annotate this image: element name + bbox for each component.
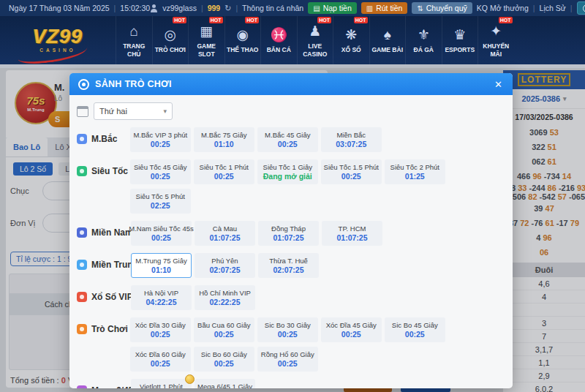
game-cell[interactable]: Sic Bo 45 Giây 00:25 (385, 317, 445, 342)
game-name: Siêu Tốc 1.5 Phút (324, 163, 379, 171)
game-category-row: Siêu Tốc Siêu Tốc 45 Giây 00:25 Siêu Tốc… (77, 159, 505, 214)
game-cell[interactable]: Hà Nội VIP 04:22:25 (131, 285, 192, 310)
nav-item-label: GAME SLOT (189, 42, 224, 57)
game-countdown: 00:25 (214, 330, 234, 339)
game-cells: M.Bắc VIP 3 phút 00:25 M.Bắc 75 Giây 01:… (130, 127, 505, 152)
results-link[interactable]: KQ Mở thưởng (477, 4, 529, 12)
game-cell[interactable]: Siêu Tốc 1 Phút 00:25 (194, 159, 254, 184)
hot-badge: HOT (245, 17, 259, 23)
game-name: Sic Bo 30 Giây (265, 321, 311, 329)
username[interactable]: vz99glass (162, 4, 197, 12)
game-cell[interactable]: M.Bắc VIP 3 phút 00:25 (130, 127, 191, 152)
game-category-row: Xổ Số VIP Hà Nội VIP 04:22:25 Hồ Chí Min… (77, 285, 505, 310)
nav-the-thao[interactable]: HOT ◉ THỂ THAO (224, 16, 261, 64)
game-cell[interactable]: Rồng Hổ 60 Giây 00:25 (257, 347, 318, 372)
game-name: Miền Bắc (336, 131, 366, 139)
game-cells: M.Trung 75 Giây 01:10 Phú Yên 02:07:25 T… (131, 253, 505, 278)
game-cell[interactable]: Siêu Tốc 1 Giây Đang mở giải (257, 159, 318, 184)
game-countdown: 00:25 (214, 172, 234, 181)
game-category-row: Miền Nam M.Nam Siêu Tốc 45s 00:25 Cà Mau… (77, 221, 505, 246)
chevron-down-icon: ▾ (163, 108, 167, 115)
game-cell[interactable]: M.Bắc 45 Giây 00:25 (257, 127, 318, 152)
game-cell[interactable]: Sic Bo 60 Giây 00:25 (194, 347, 254, 372)
game-countdown: 01:07:25 (336, 233, 367, 242)
game-cells: Vietlott 1 Phút 00:25 Mega 6/45 1 Giây Đ… (131, 379, 505, 388)
nav-game-bai[interactable]: ♠ GAME BÀI (369, 16, 406, 64)
mien-nam-icon (77, 227, 87, 238)
logout-button[interactable]: Đăng xuất (577, 1, 585, 15)
day-filter-row: Thứ hai ▾ (77, 102, 505, 120)
game-name: Hồ Chí Minh VIP (199, 289, 251, 297)
nav-game-slot[interactable]: HOT ▦ GAME SLOT (188, 16, 224, 64)
game-cell[interactable]: Phú Yên 02:07:25 (195, 253, 255, 278)
nav-da-ga[interactable]: ⚜ ĐÁ GÀ (405, 16, 442, 64)
withdraw-button[interactable]: ▥ Rút tiền (361, 2, 408, 14)
game-name: M.Bắc VIP 3 phút (133, 131, 187, 139)
game-countdown: Đang mở giải (263, 172, 312, 181)
soccer-icon: ◉ (236, 26, 249, 44)
profile-link[interactable]: Thông tin cá nhân (242, 4, 303, 12)
nav-xo-so[interactable]: HOT ❋ XỔ SỐ (333, 16, 369, 64)
brand-logo[interactable]: VZ99 CASINO (0, 16, 116, 64)
game-countdown: 01:10 (214, 140, 234, 148)
game-countdown: 02:22:25 (209, 298, 240, 306)
coin-badge-icon (185, 374, 195, 384)
game-cell[interactable]: Xóc Đĩa 30 Giây 00:25 (130, 317, 191, 342)
game-cell[interactable]: Sic Bo 30 Giây 00:25 (257, 317, 318, 342)
separator: | (114, 4, 116, 12)
modal-header: SẢNH TRÒ CHƠI ✕ (69, 73, 513, 95)
game-cell[interactable]: Thừa T. Huế 02:07:25 (258, 253, 319, 278)
cards-icon: ♠ (384, 26, 391, 44)
game-name: Đồng Tháp (271, 225, 306, 233)
gift-icon: ✦ (490, 23, 502, 40)
withdraw-label: Rút tiền (376, 4, 402, 12)
game-cell[interactable]: M.Nam Siêu Tốc 45s 00:25 (131, 221, 192, 246)
game-cell[interactable]: Hồ Chí Minh VIP 02:22:25 (195, 285, 255, 310)
game-countdown: 00:25 (405, 330, 425, 339)
transfer-button[interactable]: ⇅ Chuyển quỹ (412, 2, 472, 14)
game-cell[interactable]: Xóc Đĩa 45 Giây 00:25 (321, 317, 382, 342)
nav-trang-chu[interactable]: ⌂ TRANG CHỦ (116, 16, 152, 64)
power-icon (583, 4, 585, 12)
game-cell[interactable]: Cà Mau 01:07:25 (195, 221, 255, 246)
game-cell[interactable]: Đồng Tháp 01:07:25 (258, 221, 319, 246)
nav-tro-choi[interactable]: HOT ◎ TRÒ CHƠI (152, 16, 189, 64)
game-name: Bầu Cua 60 Giây (197, 321, 250, 329)
game-cell[interactable]: Siêu Tốc 5 Phút 02:25 (130, 189, 191, 214)
category-label: M.Bắc (91, 134, 117, 144)
refresh-icon[interactable]: ↻ (224, 4, 231, 13)
game-cell[interactable]: Siêu Tốc 45 Giây 00:25 (130, 159, 191, 184)
nav-live-casino[interactable]: HOT ♟ LIVE CASINO (297, 16, 333, 64)
deposit-button[interactable]: ▤ Nạp tiền (308, 2, 357, 14)
game-cell[interactable]: Bầu Cua 60 Giây 00:25 (194, 317, 254, 342)
game-countdown: 01:10 (151, 265, 171, 274)
game-cell[interactable]: Xóc Đĩa 60 Giây 00:25 (130, 347, 191, 372)
game-cell[interactable]: Mega 6/45 1 Giây Đang mở giải (195, 379, 255, 388)
modal-title: SẢNH TRÒ CHƠI (95, 79, 487, 89)
balance: 999 (208, 4, 221, 12)
nav-khuyen-mai[interactable]: HOT ✦ KHUYẾN MÃI (478, 16, 514, 64)
hot-badge: HOT (209, 17, 223, 23)
card-out-icon: ▥ (366, 4, 373, 12)
nav-item-label: TRÒ CHƠI (155, 46, 186, 53)
game-cell[interactable]: Siêu Tốc 1.5 Phút 00:25 (321, 159, 382, 184)
close-icon[interactable]: ✕ (493, 79, 504, 90)
mien-trung-icon (77, 260, 87, 270)
game-countdown: 02:07:25 (273, 265, 303, 274)
day-select[interactable]: Thứ hai ▾ (94, 102, 173, 120)
nav-item-label: THỂ THAO (227, 46, 258, 53)
game-cells: Hà Nội VIP 04:22:25 Hồ Chí Minh VIP 02:2… (131, 285, 505, 310)
game-cell[interactable]: Vietlott 1 Phút 00:25 (131, 379, 192, 388)
user-icon (150, 4, 158, 12)
game-cell[interactable]: Miền Bắc 03:07:25 (321, 127, 382, 152)
nav-esports[interactable]: ♛ ESPORTS (442, 16, 478, 64)
game-cell[interactable]: TP. HCM 01:07:25 (322, 221, 382, 246)
game-cell[interactable]: M.Trung 75 Giây 01:10 (131, 253, 192, 278)
nav-ban-ca[interactable]: ♓ BẮN CÁ (260, 16, 297, 64)
nav-items: ⌂ TRANG CHỦ HOT ◎ TRÒ CHƠI HOT ▦ GAME SL… (116, 16, 514, 64)
game-cell[interactable]: Siêu Tốc 2 Phút 01:25 (385, 159, 445, 184)
game-name: Thừa T. Huế (269, 257, 308, 265)
history-link[interactable]: Lịch Sử (540, 4, 566, 12)
game-name: Xóc Đĩa 45 Giây (326, 321, 377, 329)
game-cell[interactable]: M.Bắc 75 Giây 01:10 (194, 127, 254, 152)
